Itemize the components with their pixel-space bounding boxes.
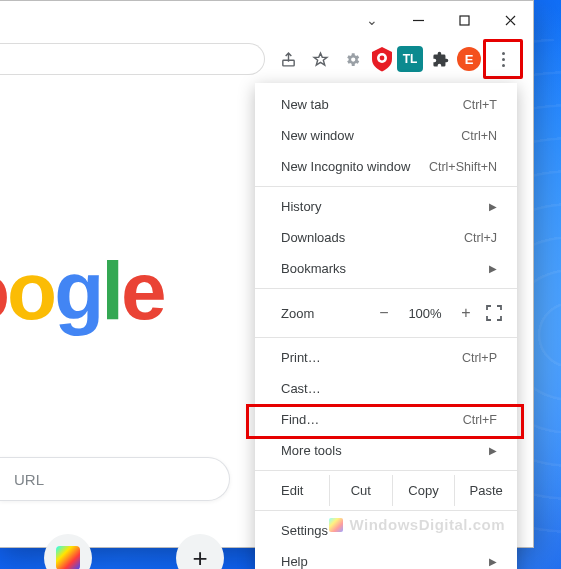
menu-separator xyxy=(255,510,517,511)
extensions-puzzle-icon[interactable] xyxy=(425,44,455,74)
menu-edit-row: Edit Cut Copy Paste xyxy=(255,475,517,506)
shortcut-add[interactable]: + Add shortcut xyxy=(150,534,250,569)
submenu-arrow-icon: ▶ xyxy=(489,445,497,456)
search-tabs-chevron[interactable]: ⌄ xyxy=(349,1,395,39)
menu-more-tools[interactable]: More tools▶ xyxy=(255,435,517,466)
menu-separator xyxy=(255,186,517,187)
shortcut-windows-digital[interactable]: Windows Digi… xyxy=(18,534,118,569)
svg-rect-1 xyxy=(460,16,469,25)
share-icon[interactable] xyxy=(273,44,303,74)
windows-digital-icon xyxy=(56,546,80,569)
bookmark-star-icon[interactable] xyxy=(305,44,335,74)
menu-history[interactable]: History▶ xyxy=(255,191,517,222)
edit-cut[interactable]: Cut xyxy=(329,475,392,506)
ntp-shortcuts: Windows Digi… + Add shortcut xyxy=(18,534,250,569)
omnibox[interactable] xyxy=(0,43,265,75)
submenu-arrow-icon: ▶ xyxy=(489,556,497,567)
menu-help[interactable]: Help▶ xyxy=(255,546,517,569)
watermark-text: WindowsDigital.com xyxy=(349,516,505,533)
google-logo: oogle xyxy=(0,244,164,338)
browser-toolbar: TL E xyxy=(0,39,533,79)
titlebar: ⌄ xyxy=(0,1,533,39)
close-button[interactable] xyxy=(487,1,533,39)
settings-gear-extension-icon[interactable] xyxy=(337,44,367,74)
shortcut-tile xyxy=(44,534,92,569)
plus-icon: + xyxy=(192,543,207,570)
watermark: WindowsDigital.com xyxy=(329,516,505,533)
maximize-button[interactable] xyxy=(441,1,487,39)
minimize-button[interactable] xyxy=(395,1,441,39)
tl-extension-icon[interactable]: TL xyxy=(397,46,423,72)
menu-incognito[interactable]: New Incognito windowCtrl+Shift+N xyxy=(255,151,517,182)
menu-cast[interactable]: Cast… xyxy=(255,373,517,404)
menu-separator xyxy=(255,470,517,471)
menu-downloads[interactable]: DownloadsCtrl+J xyxy=(255,222,517,253)
menu-print[interactable]: Print…Ctrl+P xyxy=(255,342,517,373)
svg-point-6 xyxy=(380,56,385,61)
menu-separator xyxy=(255,337,517,338)
menu-bookmarks[interactable]: Bookmarks▶ xyxy=(255,253,517,284)
menu-zoom-row: Zoom − 100% + xyxy=(255,293,517,333)
adblock-extension-icon[interactable] xyxy=(369,46,395,72)
menu-new-window[interactable]: New windowCtrl+N xyxy=(255,120,517,151)
search-box[interactable]: URL xyxy=(0,457,230,501)
zoom-value: 100% xyxy=(403,306,447,321)
chrome-window: ⌄ TL E oogle URL xyxy=(0,0,534,548)
more-menu-button[interactable] xyxy=(488,44,518,74)
edit-label: Edit xyxy=(281,483,329,498)
menu-new-tab[interactable]: New tabCtrl+T xyxy=(255,89,517,120)
menu-separator xyxy=(255,288,517,289)
menu-find[interactable]: Find…Ctrl+F xyxy=(255,404,517,435)
zoom-label: Zoom xyxy=(281,306,365,321)
profile-avatar[interactable]: E xyxy=(457,47,481,71)
submenu-arrow-icon: ▶ xyxy=(489,201,497,212)
edit-copy[interactable]: Copy xyxy=(392,475,455,506)
zoom-in-button[interactable]: + xyxy=(455,304,477,322)
fullscreen-button[interactable] xyxy=(485,304,503,322)
shortcut-tile: + xyxy=(176,534,224,569)
menu-highlight xyxy=(483,39,523,79)
edit-paste[interactable]: Paste xyxy=(454,475,517,506)
zoom-out-button[interactable]: − xyxy=(373,304,395,322)
chrome-menu: New tabCtrl+T New windowCtrl+N New Incog… xyxy=(255,83,517,569)
watermark-logo-icon xyxy=(329,518,343,532)
submenu-arrow-icon: ▶ xyxy=(489,263,497,274)
search-placeholder: URL xyxy=(14,471,44,488)
